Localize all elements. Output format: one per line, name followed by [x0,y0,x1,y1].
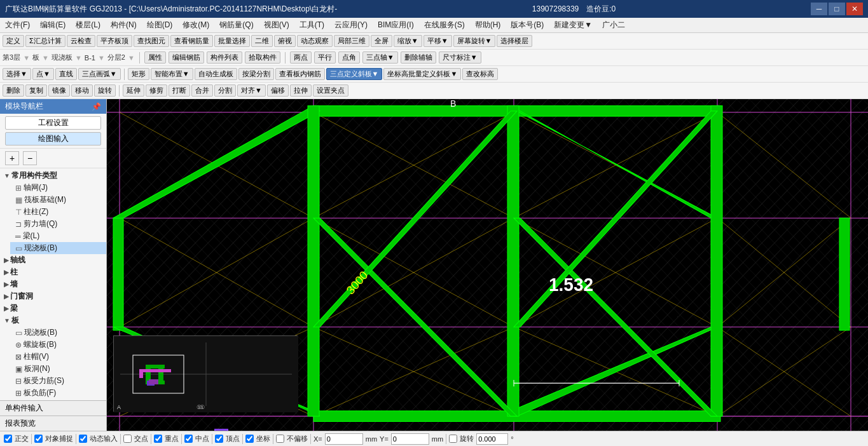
tree-group-common[interactable]: ▼ 常用构件类型 [0,170,106,182]
menubar-item-d[interactable]: 绘图(D) [142,18,178,32]
x-input[interactable] [325,433,363,445]
tb1-[interactable]: 选择楼层 [497,35,532,47]
rotate-button[interactable]: 旋转 [94,84,116,97]
vertex-checkbox[interactable] [215,435,223,443]
view-slab-rebar-button[interactable]: 查看板内钢筋 [275,68,325,80]
menubar-item-l[interactable]: 楼层(L) [71,18,106,32]
tb1-[interactable]: 缩放▼ [394,35,422,47]
menubar-item-s[interactable]: 在线服务(S) [419,18,470,32]
menubar-item-e[interactable]: 编辑(E) [35,18,71,32]
tree-item-hole[interactable]: ▣板洞(N) [10,363,106,375]
point-angle-button[interactable]: 点角 [338,51,360,64]
property-button[interactable]: 属性 [144,51,166,64]
maximize-button[interactable]: □ [829,3,845,15]
dynainput-checkbox[interactable] [79,435,87,443]
menubar-item-[interactable]: 新建变更▼ [549,18,597,32]
menubar-item-q[interactable]: 钢筋量(Q) [214,18,258,32]
tb1-[interactable]: 查找图元 [134,35,169,47]
split-button[interactable]: 分割 [214,84,236,97]
copy-button[interactable]: 复制 [25,84,47,97]
tree-item-column[interactable]: ⊤柱柱(Z) [10,206,106,218]
tree-group-opening[interactable]: ▶ 门窗洞 [0,290,106,302]
set-grip-button[interactable]: 设置夹点 [313,84,348,97]
tree-item-slab[interactable]: ▭现浇板(B) [10,242,106,254]
menubar-item-h[interactable]: 帮助(H) [470,18,506,32]
tb1-[interactable]: 局部三维 [334,35,369,47]
tree-item-axis[interactable]: ⊞轴网(J) [10,182,106,194]
tree-group-wall[interactable]: ▶ 墙 [0,278,106,290]
snap-checkbox[interactable] [34,435,43,443]
tree-item-neg-rebar[interactable]: ⊞板负筋(F) [10,387,106,399]
nooffset-checkbox[interactable] [276,435,284,443]
sidebar-pin-icon[interactable]: 📌 [92,102,101,111]
delete-button[interactable]: 删除 [3,84,24,97]
menubar-item-y[interactable]: 云应用(Y) [329,18,373,32]
tb1-[interactable]: 平移▼ [424,35,452,47]
remove-component-button[interactable]: − [23,151,37,165]
dim-note-button[interactable]: 尺寸标注▼ [439,51,481,64]
report-preview[interactable]: 报表预览 [0,416,106,431]
tb1-[interactable]: 全屏 [371,35,392,47]
tb1-[interactable]: 二维 [251,35,273,47]
coord-slope-button[interactable]: 坐标高批量定义斜板▼ [383,68,461,80]
close-button[interactable]: ✕ [846,3,863,15]
ortho-checkbox[interactable] [4,435,12,443]
two-point-button[interactable]: 两点 [290,51,312,64]
tree-item-pilecap[interactable]: ⊠柱帽(V) [10,351,106,363]
menubar-item-n[interactable]: 构件(N) [106,18,142,32]
three-point-slope-button[interactable]: 三点定义斜板▼ [326,68,383,80]
tb1-[interactable]: 查看钢筋量 [170,35,213,47]
drawing-input-button[interactable]: 绘图输入 [5,132,101,145]
menubar-item-t[interactable]: 工具(T) [294,18,329,32]
tree-item-tension-rebar[interactable]: ⊟板受力筋(S) [10,375,106,387]
component-list-button[interactable]: 构件列表 [207,51,242,64]
tb1-[interactable]: 动态观察 [297,35,333,47]
split-by-beam-button[interactable]: 按梁分割 [238,68,274,80]
check-height-button[interactable]: 查改标高 [462,68,498,80]
menubar-item-b[interactable]: 版本号(B) [506,18,549,32]
center-checkbox[interactable] [184,435,193,443]
break-button[interactable]: 打断 [169,84,190,97]
offset-button[interactable]: 偏移 [267,84,289,97]
coord-checkbox[interactable] [245,435,254,443]
tree-item-xjb[interactable]: ▭现浇板(B) [10,327,106,339]
tb1-[interactable]: Σ汇总计算 [25,35,65,47]
menubar-item-v[interactable]: 视图(V) [259,18,294,32]
tree-item-spiral[interactable]: ⊛螺旋板(B) [10,339,106,351]
tb1-[interactable]: 俯视 [274,35,296,47]
tree-item-shearwall[interactable]: ⊐剪力墙(Q) [10,218,106,230]
y-input[interactable] [391,433,429,445]
add-component-button[interactable]: + [5,151,19,165]
tree-item-raft[interactable]: ▦筏板基础(M) [10,194,106,206]
line-button[interactable]: 直线 [55,68,77,80]
mirror-button[interactable]: 镜像 [48,84,70,97]
tb1-[interactable]: 定义 [3,35,24,47]
tree-group-col[interactable]: ▶ 柱 [0,266,106,278]
tb1-[interactable]: 云检查 [67,35,95,47]
rotate-checkbox[interactable] [449,435,457,443]
parallel-button[interactable]: 平行 [314,51,336,64]
stretch-button[interactable]: 拉伸 [290,84,312,97]
edit-rebar-button[interactable]: 编辑钢筋 [169,51,204,64]
smart-layout-button[interactable]: 智能布置▼ [151,68,193,80]
menubar-item-[interactable]: 广小二 [597,18,630,32]
delete-aux-button[interactable]: 删除辅轴 [401,51,436,64]
project-settings-button[interactable]: 工程设置 [5,116,101,130]
arc-button[interactable]: 三点画弧▼ [78,68,121,80]
midpoint-checkbox[interactable] [154,435,162,443]
tb1-[interactable]: 屏幕旋转▼ [453,35,496,47]
menubar-item-m[interactable]: 修改(M) [177,18,214,32]
move-button[interactable]: 移动 [71,84,93,97]
extend-button[interactable]: 延伸 [123,84,144,97]
select-button[interactable]: 选择▼ [3,68,31,80]
minimap[interactable]: A ① ① [113,335,298,412]
align-button[interactable]: 对齐▼ [237,84,266,97]
intersect-checkbox[interactable] [123,435,132,443]
tree-group-liang[interactable]: ▶ 梁 [0,302,106,314]
minimize-button[interactable]: ─ [811,3,827,15]
tree-group-slab[interactable]: ▼ 板 [0,314,106,327]
rotate-input[interactable] [476,433,508,445]
tb1-[interactable]: 批量选择 [214,35,250,47]
tb1-[interactable]: 平齐板顶 [97,35,132,47]
menubar-item-bimi[interactable]: BIM应用(I) [373,18,419,32]
